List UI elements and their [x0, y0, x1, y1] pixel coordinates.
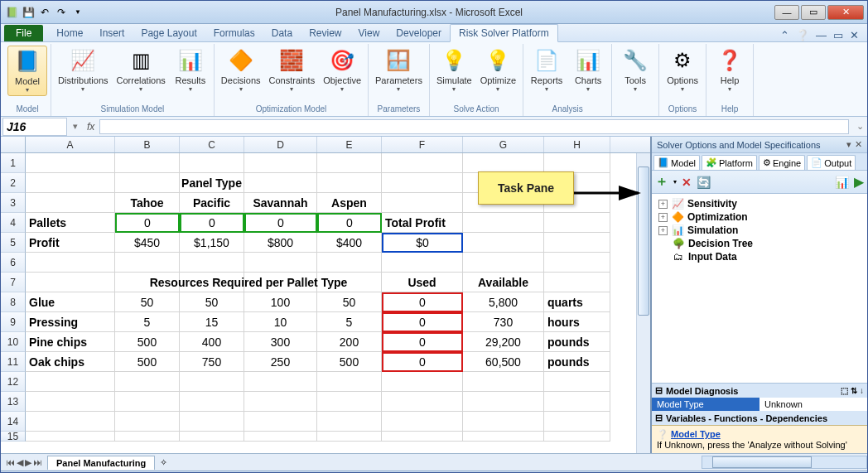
- cell-C4[interactable]: 0: [180, 213, 244, 233]
- delete-icon[interactable]: ✕: [682, 176, 692, 189]
- doc-restore-icon[interactable]: ▭: [833, 29, 843, 41]
- col-C[interactable]: C: [180, 137, 244, 152]
- tree-optimization[interactable]: +🔶Optimization: [655, 210, 864, 224]
- task-pane-dropdown-icon[interactable]: ▾: [846, 139, 851, 150]
- tab-review[interactable]: Review: [301, 25, 350, 41]
- expand-icon[interactable]: +: [658, 213, 668, 222]
- cell-F8[interactable]: 0: [382, 292, 463, 312]
- model-type-row[interactable]: Model TypeUnknown: [652, 398, 867, 411]
- ribbon-options-button[interactable]: ⚙Options▾: [663, 46, 702, 94]
- doc-min-icon[interactable]: —: [816, 29, 827, 41]
- ribbon-constraints-button[interactable]: 🧱Constraints▾: [266, 46, 319, 94]
- expand-icon[interactable]: +: [658, 226, 668, 235]
- tp-tab-model[interactable]: 📘Model: [653, 155, 700, 170]
- formula-expand-icon[interactable]: ⌄: [852, 121, 867, 132]
- tab-developer[interactable]: Developer: [388, 25, 450, 41]
- help-icon[interactable]: ❔: [796, 29, 809, 41]
- sheet-tab[interactable]: Panel Manufacturing: [47, 456, 155, 470]
- tp-tab-output[interactable]: 📄Output: [807, 155, 856, 170]
- ribbon-help-button[interactable]: ❓Help▾: [710, 46, 750, 94]
- model-diagnosis-header[interactable]: ⊟Model Diagnosis⬚ ⇅ ↓: [652, 384, 867, 398]
- tab-home[interactable]: Home: [48, 25, 91, 41]
- close-button[interactable]: ✕: [827, 5, 864, 20]
- tab-view[interactable]: View: [350, 25, 388, 41]
- ribbon-correlations-button[interactable]: ▥Correlations▾: [113, 46, 169, 94]
- tree-sensitivity[interactable]: +📈Sensitivity: [655, 197, 864, 210]
- tree-simulation[interactable]: +📊Simulation: [655, 224, 864, 237]
- tp-tab-platform[interactable]: 🧩Platform: [702, 155, 757, 170]
- row-7-header[interactable]: 7: [1, 273, 26, 292]
- row-4-header[interactable]: 4: [1, 213, 26, 233]
- row-3-header[interactable]: 3: [1, 193, 26, 213]
- row-15-header[interactable]: 15: [1, 432, 26, 442]
- tab-data[interactable]: Data: [263, 25, 301, 41]
- row-9-header[interactable]: 9: [1, 312, 26, 332]
- maximize-button[interactable]: ▭: [801, 5, 826, 20]
- tab-formulas[interactable]: Formulas: [205, 25, 263, 41]
- horizontal-scrollbar[interactable]: [702, 456, 867, 469]
- row-12-header[interactable]: 12: [1, 372, 26, 392]
- ribbon-model-button[interactable]: 📘Model▾: [7, 46, 47, 96]
- row-13-header[interactable]: 13: [1, 392, 26, 412]
- row-10-header[interactable]: 10: [1, 332, 26, 352]
- save-icon[interactable]: 💾: [21, 5, 36, 20]
- row-5-header[interactable]: 5: [1, 233, 26, 253]
- cell-F11[interactable]: 0: [382, 352, 463, 372]
- namebox-dropdown-icon[interactable]: ▾: [69, 121, 82, 132]
- ribbon-min-icon[interactable]: ⌃: [780, 29, 789, 41]
- tab-insert[interactable]: Insert: [91, 25, 133, 41]
- undo-icon[interactable]: ↶: [37, 5, 52, 20]
- row-6-header[interactable]: 6: [1, 253, 26, 273]
- cell-F5[interactable]: $0: [382, 233, 463, 253]
- tab-risk-solver[interactable]: Risk Solver Platform: [450, 24, 558, 42]
- ribbon-decisions-button[interactable]: 🔶Decisions▾: [218, 46, 264, 94]
- row-2-header[interactable]: 2: [1, 173, 26, 193]
- variables-header[interactable]: ⊟Variables - Functions - Dependencies: [652, 411, 867, 425]
- cell-D4[interactable]: 0: [244, 213, 317, 233]
- ribbon-reports-button[interactable]: 📄Reports▾: [527, 46, 567, 94]
- file-tab[interactable]: File: [4, 25, 43, 41]
- row-11-header[interactable]: 11: [1, 352, 26, 372]
- ribbon-objective-button[interactable]: 🎯Objective▾: [320, 46, 364, 94]
- cell-F10[interactable]: 0: [382, 332, 463, 352]
- row-8-header[interactable]: 8: [1, 292, 26, 312]
- formula-input[interactable]: [99, 119, 849, 134]
- cell-F9[interactable]: 0: [382, 312, 463, 332]
- cell-E5[interactable]: $400: [317, 233, 382, 253]
- cell-C5[interactable]: $1,150: [180, 233, 244, 253]
- fx-label[interactable]: fx: [82, 121, 99, 133]
- tab-page-layout[interactable]: Page Layout: [133, 25, 205, 41]
- col-F[interactable]: F: [382, 137, 463, 152]
- col-G[interactable]: G: [463, 137, 544, 152]
- export-icon[interactable]: 📊: [835, 176, 849, 189]
- add-icon[interactable]: ＋: [655, 173, 668, 191]
- qat-dropdown-icon[interactable]: ▼: [70, 5, 85, 20]
- cell-B4[interactable]: 0: [115, 213, 180, 233]
- help-link[interactable]: Model Type: [671, 429, 721, 439]
- refresh-icon[interactable]: 🔄: [697, 176, 711, 189]
- sheet-nav[interactable]: ⏮◀▶⏭: [6, 457, 42, 468]
- cell-B5[interactable]: $450: [115, 233, 180, 253]
- run-icon[interactable]: ▶: [854, 174, 864, 190]
- ribbon-charts-button[interactable]: 📊Charts▾: [568, 46, 608, 94]
- minimize-button[interactable]: —: [774, 5, 799, 20]
- col-A[interactable]: A: [26, 137, 115, 152]
- cell-E4[interactable]: 0: [317, 213, 382, 233]
- col-H[interactable]: H: [544, 137, 610, 152]
- tree-input-data[interactable]: 🗂Input Data: [655, 250, 864, 263]
- row-14-header[interactable]: 14: [1, 412, 26, 432]
- expand-icon[interactable]: +: [658, 200, 668, 209]
- ribbon-optimize-button[interactable]: 💡Optimize▾: [477, 46, 519, 94]
- tp-tab-engine[interactable]: ⚙Engine: [759, 155, 805, 170]
- task-pane-close-icon[interactable]: ✕: [855, 139, 862, 150]
- name-box[interactable]: J16: [2, 118, 67, 136]
- col-B[interactable]: B: [115, 137, 180, 152]
- ribbon-parameters-button[interactable]: 🪟Parameters▾: [372, 46, 426, 94]
- row-1-header[interactable]: 1: [1, 153, 26, 173]
- cell-D5[interactable]: $800: [244, 233, 317, 253]
- doc-close-icon[interactable]: ✕: [850, 29, 859, 41]
- tree-decision-tree[interactable]: 🌳Decision Tree: [655, 237, 864, 250]
- col-E[interactable]: E: [317, 137, 382, 152]
- ribbon-distributions-button[interactable]: 📈Distributions▾: [55, 46, 112, 94]
- col-D[interactable]: D: [244, 137, 317, 152]
